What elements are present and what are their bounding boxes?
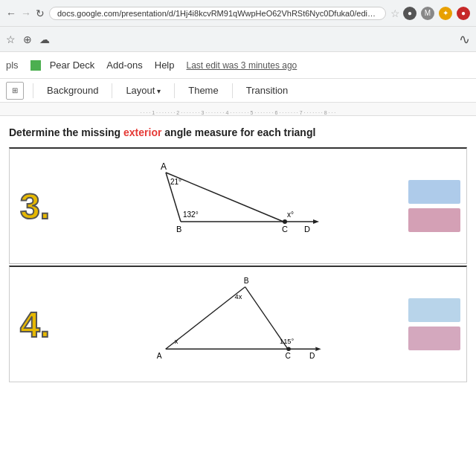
menu-addons[interactable]: Add-ons: [106, 60, 142, 71]
format-toolbar: ⊞ Background Layout Theme Transition: [0, 79, 476, 103]
swatch-blue-2[interactable]: [408, 298, 460, 322]
point-B4-label: B: [244, 277, 249, 285]
swatch-blue-1[interactable]: [408, 180, 460, 204]
point-B-label: B: [176, 225, 181, 234]
toolbar-divider-3: [174, 83, 175, 98]
menu-icon[interactable]: M: [421, 7, 434, 20]
point-A-label: A: [161, 161, 167, 172]
point-A4-label: A: [157, 352, 162, 360]
toolbar-divider-2: [112, 83, 112, 98]
problem-3-swatches: [402, 149, 466, 263]
angle-115: 115°: [280, 338, 294, 345]
problem-4-row: 4. B 4x x: [10, 267, 466, 382]
profile-icon[interactable]: ●: [457, 7, 470, 20]
refresh-icon[interactable]: ↻: [36, 7, 45, 19]
toolbar-divider-1: [33, 83, 33, 98]
problem-3-diagram: A 21° 132° x°: [60, 149, 402, 263]
arrow-D: [313, 219, 319, 224]
browser-nav-icons[interactable]: ← → ↻: [6, 7, 45, 19]
question-title: Determine the missing exterior angle mea…: [9, 123, 467, 141]
expand-icon[interactable]: ∿: [459, 31, 470, 48]
layout-button[interactable]: Layout: [118, 83, 168, 98]
slides-menubar: pls Pear Deck Add-ons Help Last edit was…: [0, 52, 476, 79]
problem-3-svg: A 21° 132° x°: [68, 156, 395, 253]
question-text-after: angle measure for each triangl: [164, 126, 315, 138]
account-icon[interactable]: ●: [403, 7, 416, 20]
problem-4-diagram: B 4x x 115° A C: [60, 267, 402, 382]
highlight-word: exterior: [123, 126, 161, 138]
browser-bar: ← → ↻ docs.google.com/presentation/d/1Hj…: [0, 0, 476, 27]
problem-4-number: 4.: [10, 267, 60, 382]
point-C-label: C: [282, 225, 288, 234]
apps-icon[interactable]: ⊕: [23, 33, 32, 45]
pear-icon: [30, 60, 41, 71]
slide-content: Determine the missing exterior angle mea…: [0, 116, 476, 390]
arrow-D4: [315, 347, 321, 352]
last-edit-label: Last edit was 3 minutes ago: [187, 60, 298, 71]
ruler-marks: · · · · 1 · · · · · · · 2 · · · · · · · …: [3, 103, 473, 115]
point-C4-label: C: [285, 352, 290, 360]
bookmark-icon[interactable]: ☆: [6, 33, 16, 45]
url-bar[interactable]: docs.google.com/presentation/d/1Hj4i8kcv…: [49, 7, 386, 20]
point-C4-dot: [286, 347, 291, 352]
toolbar-divider-4: [232, 83, 233, 98]
swatch-pink-2[interactable]: [408, 327, 460, 350]
menu-pls[interactable]: pls: [6, 60, 19, 71]
menu-pear-deck[interactable]: Pear Deck: [50, 60, 95, 71]
problem-3-section: 3. A 21°: [9, 147, 467, 264]
angle-132: 132°: [183, 210, 199, 219]
back-icon[interactable]: ←: [6, 7, 16, 19]
angle-x4: x: [175, 338, 178, 345]
problem-4-svg: B 4x x 115° A C: [68, 274, 395, 371]
point-D-label: D: [304, 225, 310, 234]
problem-4-swatches: [402, 267, 466, 382]
browser-action-icons[interactable]: ● M ✦ ●: [403, 7, 470, 20]
secondary-toolbar: ☆ ⊕ ☁ ∿: [0, 27, 476, 52]
extension-icon[interactable]: ✦: [439, 7, 452, 20]
cloud-icon[interactable]: ☁: [39, 33, 50, 45]
problem-3-number: 3.: [10, 149, 60, 263]
swatch-pink-1[interactable]: [408, 208, 460, 232]
star-icon[interactable]: ☆: [390, 7, 400, 19]
menu-help[interactable]: Help: [155, 60, 175, 71]
background-button[interactable]: Background: [39, 83, 106, 98]
problem-3-row: 3. A 21°: [10, 149, 466, 263]
ruler: · · · · 1 · · · · · · · 2 · · · · · · · …: [0, 103, 476, 116]
theme-button[interactable]: Theme: [181, 83, 225, 98]
point-C-dot: [283, 219, 287, 224]
problem-4-section: 4. B 4x x: [9, 266, 467, 382]
transition-button[interactable]: Transition: [239, 83, 296, 98]
grid-view-icon[interactable]: ⊞: [6, 82, 24, 100]
point-D4-label: D: [309, 352, 315, 360]
forward-icon[interactable]: →: [21, 7, 31, 19]
angle-x: x°: [287, 210, 294, 219]
question-text-before: Determine the missing: [9, 126, 120, 138]
